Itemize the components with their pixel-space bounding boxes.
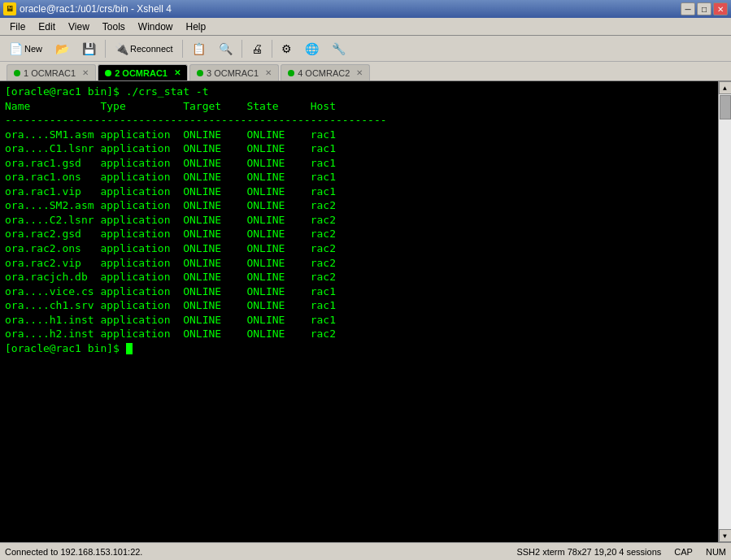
menu-edit[interactable]: Edit: [32, 20, 62, 34]
terminal-line: ora.rac1.ons application ONLINE ONLINE r…: [5, 170, 713, 184]
tab-3-dot: [197, 70, 203, 76]
terminal-line: ora.rac1.gsd application ONLINE ONLINE r…: [5, 156, 713, 171]
scrollbar[interactable]: [718, 81, 731, 542]
menu-view[interactable]: View: [62, 20, 96, 34]
settings-button[interactable]: ⚙: [276, 40, 298, 58]
search-icon: 🔍: [219, 42, 233, 55]
browser-button[interactable]: 🌐: [299, 40, 324, 58]
terminal-line: ora.racjch.db application ONLINE ONLINE …: [5, 270, 713, 284]
scroll-up-button[interactable]: [719, 81, 732, 94]
terminal-line: ora....SM2.asm application ONLINE ONLINE…: [5, 198, 713, 213]
tab-4-close[interactable]: ✕: [356, 68, 363, 77]
terminal-line: [oracle@rac1 bin]$: [5, 341, 713, 356]
terminal-line: Name Type Target State Host: [5, 99, 713, 114]
settings-icon: ⚙: [281, 42, 292, 55]
tab-1-close[interactable]: ✕: [82, 68, 89, 77]
open-icon: 📂: [55, 42, 69, 55]
toolbar: 📄 New 📂 💾 🔌 Reconnect 📋 🔍 🖨 ⚙ 🌐 🔧: [0, 36, 731, 62]
terminal-line: ora....ch1.srv application ONLINE ONLINE…: [5, 298, 713, 313]
save-icon: 💾: [82, 42, 96, 55]
terminal-line: ora.rac1.vip application ONLINE ONLINE r…: [5, 184, 713, 199]
search-button[interactable]: 🔍: [213, 40, 238, 58]
tab-2-ocmrac1[interactable]: 2 OCMRAC1 ✕: [98, 64, 188, 80]
terminal-line: ora....SM1.asm application ONLINE ONLINE…: [5, 128, 713, 142]
app-icon: 🖥: [3, 2, 16, 15]
terminal-line: ora....h2.inst application ONLINE ONLINE…: [5, 327, 713, 341]
print-button[interactable]: 🖨: [246, 40, 268, 58]
status-connection: Connected to 192.168.153.101:22.: [5, 547, 516, 557]
reconnect-icon: 🔌: [115, 42, 128, 55]
status-num: NUM: [706, 547, 726, 557]
terminal-line: ----------------------------------------…: [5, 113, 713, 128]
menu-window[interactable]: Window: [132, 20, 180, 34]
terminal-line: ora....C1.lsnr application ONLINE ONLINE…: [5, 141, 713, 156]
toolbar-separator-1: [105, 40, 106, 58]
terminal[interactable]: [oracle@rac1 bin]$ ./crs_stat -tName Typ…: [0, 81, 718, 542]
status-bar: Connected to 192.168.153.101:22. SSH2 xt…: [0, 542, 731, 560]
tab-3-ocmrac1[interactable]: 3 OCMRAC1 ✕: [189, 64, 279, 80]
tab-1-label: 1 OCMRAC1: [24, 68, 76, 78]
tools-button[interactable]: 🔧: [326, 40, 351, 58]
status-caps: CAP: [674, 547, 693, 557]
terminal-container: [oracle@rac1 bin]$ ./crs_stat -tName Typ…: [0, 81, 731, 542]
terminal-line: ora.rac2.ons application ONLINE ONLINE r…: [5, 241, 713, 256]
reconnect-button[interactable]: 🔌 Reconnect: [109, 40, 179, 58]
menu-file[interactable]: File: [3, 20, 32, 34]
save-button[interactable]: 💾: [76, 40, 102, 58]
copy-button[interactable]: 📋: [186, 40, 211, 58]
menu-help[interactable]: Help: [180, 20, 213, 34]
terminal-line: ora....h1.inst application ONLINE ONLINE…: [5, 313, 713, 328]
title-bar: 🖥 oracle@rac1:/u01/crs/bin - Xshell 4 ─ …: [0, 0, 731, 18]
new-button[interactable]: 📄 New: [3, 40, 48, 58]
tools-icon: 🔧: [332, 42, 346, 55]
new-label: New: [24, 44, 42, 54]
reconnect-label: Reconnect: [130, 44, 173, 54]
tab-1-ocmrac1[interactable]: 1 OCMRAC1 ✕: [7, 64, 96, 80]
status-session-info: SSH2 xterm 78x27 19,20 4 sessions: [516, 547, 661, 557]
tab-3-label: 3 OCMRAC1: [207, 68, 259, 78]
terminal-line: ora....C2.lsnr application ONLINE ONLINE…: [5, 213, 713, 228]
terminal-cursor: [126, 343, 133, 354]
window-title: oracle@rac1:/u01/crs/bin - Xshell 4: [20, 3, 172, 15]
minimize-button[interactable]: ─: [681, 2, 695, 15]
tab-2-close[interactable]: ✕: [174, 68, 181, 77]
status-right: SSH2 xterm 78x27 19,20 4 sessions CAP NU…: [516, 547, 726, 557]
copy-icon: 📋: [192, 42, 206, 55]
scroll-down-button[interactable]: [719, 529, 732, 542]
menu-bar: File Edit View Tools Window Help: [0, 18, 731, 36]
tab-4-label: 4 OCMRAC2: [298, 68, 350, 78]
terminal-line: ora.rac2.vip application ONLINE ONLINE r…: [5, 256, 713, 271]
terminal-line: ora....vice.cs application ONLINE ONLINE…: [5, 284, 713, 299]
terminal-line: [oracle@rac1 bin]$ ./crs_stat -t: [5, 85, 713, 99]
toolbar-separator-2: [182, 40, 183, 58]
menu-tools[interactable]: Tools: [96, 20, 132, 34]
tab-4-ocmrac2[interactable]: 4 OCMRAC2 ✕: [281, 64, 370, 80]
tab-1-dot: [14, 70, 20, 76]
terminal-line: ora.rac2.gsd application ONLINE ONLINE r…: [5, 227, 713, 241]
new-icon: 📄: [9, 42, 23, 55]
tab-2-label: 2 OCMRAC1: [115, 68, 168, 78]
toolbar-separator-4: [272, 40, 272, 58]
scroll-track[interactable]: [719, 94, 731, 529]
maximize-button[interactable]: □: [697, 2, 711, 15]
tab-2-dot: [105, 70, 111, 76]
tab-3-close[interactable]: ✕: [265, 68, 272, 77]
browser-icon: 🌐: [305, 42, 319, 55]
window-controls: ─ □ ✕: [681, 2, 728, 15]
close-button[interactable]: ✕: [713, 2, 728, 15]
open-button[interactable]: 📂: [50, 40, 75, 58]
scroll-thumb[interactable]: [720, 95, 731, 119]
print-icon: 🖨: [251, 42, 263, 55]
tabs-bar: 1 OCMRAC1 ✕ 2 OCMRAC1 ✕ 3 OCMRAC1 ✕ 4 OC…: [0, 62, 731, 81]
toolbar-separator-3: [241, 40, 242, 58]
tab-4-dot: [288, 70, 294, 76]
